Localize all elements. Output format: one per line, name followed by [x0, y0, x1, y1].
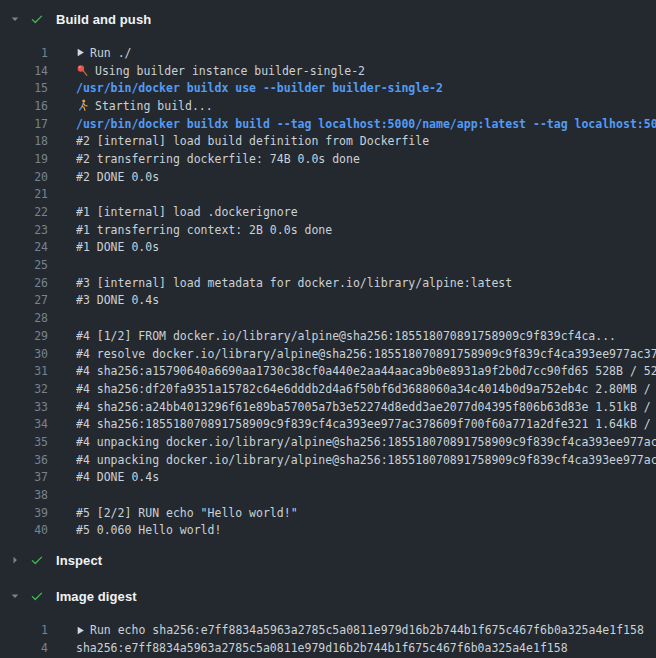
line-number[interactable]: 39 [0, 506, 48, 520]
log-text: Using builder instance builder-single-2 [95, 64, 365, 78]
log-line-text: #4 resolve docker.io/library/alpine@sha2… [76, 347, 656, 361]
runner-icon [76, 99, 89, 112]
log-line: 38 [0, 486, 656, 504]
log-group-line-text[interactable]: Run echo sha256:e7ff8834a5963a2785c5a081… [76, 623, 656, 637]
section-header-image-digest[interactable]: Image digest [0, 583, 656, 609]
log-line: 39#5 [2/2] RUN echo "Hello world!" [0, 504, 656, 522]
play-icon[interactable] [76, 626, 85, 635]
log-line: 15/usr/bin/docker buildx use --builder b… [0, 79, 656, 97]
play-icon[interactable] [76, 48, 85, 57]
log-section-build-and-push: Build and push1Run ./14Using builder ins… [0, 6, 656, 547]
line-number[interactable]: 31 [0, 364, 48, 378]
log-line-text: #1 transferring context: 2B 0.0s done [76, 223, 656, 237]
log-line-text: #1 DONE 0.0s [76, 240, 656, 254]
chevron-right-icon[interactable] [8, 554, 21, 566]
log-line: 37#4 DONE 0.4s [0, 469, 656, 487]
log-text: #3 DONE 0.4s [76, 293, 159, 307]
line-number[interactable]: 32 [0, 382, 48, 396]
log-text: Run echo sha256:e7ff8834a5963a2785c5a081… [90, 623, 644, 637]
line-number[interactable]: 29 [0, 329, 48, 343]
log-group-line-text[interactable]: Run ./ [76, 46, 656, 60]
log-text: #1 DONE 0.0s [76, 240, 159, 254]
line-number[interactable]: 30 [0, 347, 48, 361]
log-text: #2 DONE 0.0s [76, 170, 159, 184]
line-number[interactable]: 22 [0, 205, 48, 219]
line-number[interactable]: 26 [0, 276, 48, 290]
log-text: /usr/bin/docker buildx build --tag local… [76, 117, 656, 131]
log-text: #4 sha256:a24bb4013296f61e89ba57005a7b3e… [76, 400, 656, 414]
log-text: #4 unpacking docker.io/library/alpine@sh… [76, 435, 656, 449]
log-line: 21 [0, 186, 656, 204]
line-number[interactable]: 24 [0, 240, 48, 254]
line-number[interactable]: 17 [0, 117, 48, 131]
log-line-text: Using builder instance builder-single-2 [76, 64, 656, 78]
log-line-text: #2 [internal] load build definition from… [76, 134, 656, 148]
line-number[interactable]: 1 [0, 623, 48, 637]
log-line: 40#5 0.060 Hello world! [0, 522, 656, 540]
log-line-text: #5 [2/2] RUN echo "Hello world!" [76, 506, 656, 520]
line-number[interactable]: 38 [0, 488, 48, 502]
line-number[interactable]: 16 [0, 99, 48, 113]
chevron-down-icon[interactable] [8, 13, 21, 25]
line-number[interactable]: 27 [0, 293, 48, 307]
log-text: #4 sha256:df20fa9351a15782c64e6dddb2d4a6… [76, 382, 656, 396]
log-text: #4 unpacking docker.io/library/alpine@sh… [76, 453, 656, 467]
line-number[interactable]: 14 [0, 64, 48, 78]
line-number[interactable]: 33 [0, 400, 48, 414]
check-icon [30, 589, 44, 603]
log-line-text: #4 sha256:a24bb4013296f61e89ba57005a7b3e… [76, 400, 656, 414]
line-number[interactable]: 34 [0, 417, 48, 431]
section-header-inspect[interactable]: Inspect [0, 547, 656, 573]
section-title: Inspect [56, 553, 102, 568]
section-header-build-and-push[interactable]: Build and push [0, 6, 656, 32]
log-line-text: #4 unpacking docker.io/library/alpine@sh… [76, 435, 656, 449]
log-text: #2 [internal] load build definition from… [76, 134, 429, 148]
line-number[interactable]: 25 [0, 258, 48, 272]
line-number[interactable]: 18 [0, 134, 48, 148]
line-number[interactable]: 21 [0, 187, 48, 201]
log-line: 30#4 resolve docker.io/library/alpine@sh… [0, 345, 656, 363]
log-line: 20#2 DONE 0.0s [0, 168, 656, 186]
log-line-text: #4 unpacking docker.io/library/alpine@sh… [76, 453, 656, 467]
section-log-body: 1Run ./14Using builder instance builder-… [0, 32, 656, 547]
log-text: #4 [1/2] FROM docker.io/library/alpine@s… [76, 329, 616, 343]
log-line: 1Run echo sha256:e7ff8834a5963a2785c5a08… [0, 621, 656, 639]
line-number[interactable]: 36 [0, 453, 48, 467]
log-line: 31#4 sha256:a15790640a6690aa1730c38cf0a4… [0, 362, 656, 380]
line-number[interactable]: 15 [0, 81, 48, 95]
chevron-down-icon[interactable] [8, 590, 21, 602]
log-line-text: #4 [1/2] FROM docker.io/library/alpine@s… [76, 329, 656, 343]
line-number[interactable]: 1 [0, 46, 48, 60]
section-title: Image digest [56, 589, 137, 604]
log-text: #1 transferring context: 2B 0.0s done [76, 223, 332, 237]
log-line-text: #3 [internal] load metadata for docker.i… [76, 276, 656, 290]
log-line: 28 [0, 309, 656, 327]
log-text: #4 sha256:185518070891758909c9f839cf4ca3… [76, 417, 656, 431]
log-text: #2 transferring dockerfile: 74B 0.0s don… [76, 152, 360, 166]
log-line: 36#4 unpacking docker.io/library/alpine@… [0, 451, 656, 469]
log-text: #4 DONE 0.4s [76, 470, 159, 484]
log-sections: Build and push1Run ./14Using builder ins… [0, 6, 656, 658]
log-line: 34#4 sha256:185518070891758909c9f839cf4c… [0, 415, 656, 433]
line-number[interactable]: 19 [0, 152, 48, 166]
line-number[interactable]: 35 [0, 435, 48, 449]
log-line-text: Starting build... [76, 99, 656, 113]
section-title: Build and push [56, 12, 151, 27]
line-number[interactable]: 28 [0, 311, 48, 325]
log-text: #5 [2/2] RUN echo "Hello world!" [76, 506, 298, 520]
line-number[interactable]: 4 [0, 641, 48, 655]
check-icon [30, 553, 44, 567]
log-line: 26#3 [internal] load metadata for docker… [0, 274, 656, 292]
line-number[interactable]: 23 [0, 223, 48, 237]
log-line-text: #2 DONE 0.0s [76, 170, 656, 184]
log-text: #4 resolve docker.io/library/alpine@sha2… [76, 347, 656, 361]
actions-log-viewer: Build and push1Run ./14Using builder ins… [0, 0, 656, 658]
line-number[interactable]: 20 [0, 170, 48, 184]
log-text: #1 [internal] load .dockerignore [76, 205, 298, 219]
line-number[interactable]: 37 [0, 470, 48, 484]
log-text: Run ./ [90, 46, 132, 60]
line-number[interactable]: 40 [0, 523, 48, 537]
log-line-text: /usr/bin/docker buildx build --tag local… [76, 117, 656, 131]
log-text: #5 0.060 Hello world! [76, 523, 221, 537]
log-line: 18#2 [internal] load build definition fr… [0, 132, 656, 150]
